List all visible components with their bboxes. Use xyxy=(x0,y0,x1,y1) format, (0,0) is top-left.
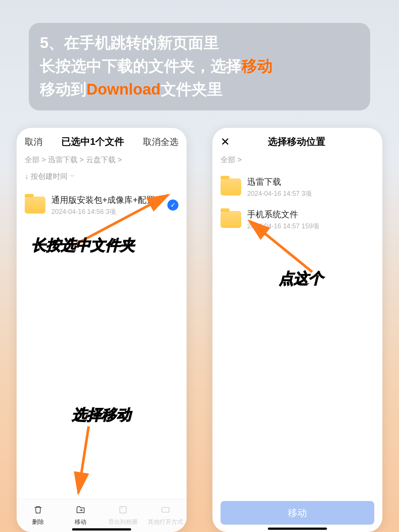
arrow-to-move-icon xyxy=(66,423,96,497)
chevron-down-icon: ﹀ xyxy=(70,173,75,180)
topbar: 取消 已选中1个文件 取消全选 xyxy=(17,128,187,153)
sort-arrow-icon: ↓ xyxy=(25,172,28,181)
instruction-line-2: 长按选中下载的文件夹，选择移动 xyxy=(40,54,359,78)
svg-line-1 xyxy=(78,426,89,493)
breadcrumb[interactable]: 全部 > xyxy=(212,153,382,168)
svg-rect-3 xyxy=(162,508,169,512)
bottom-toolbar: 删除 移动 导出到相册 其他打开方式 xyxy=(17,499,187,532)
instruction-line-3: 移动到Download文件夹里 xyxy=(40,78,359,101)
home-indicator xyxy=(72,528,131,531)
annotation-click-this: 点这个 xyxy=(279,268,323,289)
cancel-button[interactable]: 取消 xyxy=(25,136,42,148)
folder-name: 迅雷下载 xyxy=(247,176,374,188)
toolbar-delete[interactable]: 删除 xyxy=(17,499,59,532)
folder-item-system[interactable]: 手机系统文件 2024-04-16 14:57 159项 xyxy=(221,203,374,236)
topbar-title: 选择移动位置 xyxy=(268,135,325,148)
folder-icon xyxy=(221,211,241,228)
export-icon xyxy=(118,505,128,516)
file-meta: 2024-04-16 14:56 3项 xyxy=(51,207,161,216)
move-confirm-button[interactable]: 移动 xyxy=(221,501,374,525)
trash-icon xyxy=(33,505,43,516)
home-indicator xyxy=(268,528,327,530)
topbar-title: 已选中1个文件 xyxy=(61,135,124,148)
toolbar-export: 导出到相册 xyxy=(102,499,144,532)
phone-left: 取消 已选中1个文件 取消全选 全部 > 迅雷下载 > 云盘下载 > ↓ 按创建… xyxy=(17,128,187,532)
svg-rect-2 xyxy=(120,507,126,513)
folder-name: 手机系统文件 xyxy=(247,208,374,220)
folder-icon xyxy=(221,178,241,195)
folder-meta: 2024-04-16 14:57 159项 xyxy=(247,222,374,231)
selected-check-icon[interactable]: ✓ xyxy=(167,200,178,211)
phone-right: ✕ 选择移动位置 全部 > 迅雷下载 2024-04-16 14:57 3项 手… xyxy=(212,128,382,532)
sort-selector[interactable]: ↓ 按创建时间 ﹀ xyxy=(17,168,187,187)
deselect-all-button[interactable]: 取消全选 xyxy=(143,136,178,148)
toolbar-other-open: 其他打开方式 xyxy=(144,499,187,532)
close-button[interactable]: ✕ xyxy=(221,136,230,147)
annotation-longpress: 长按选中文件夹 xyxy=(31,235,135,255)
folder-meta: 2024-04-16 14:57 3项 xyxy=(247,189,374,198)
file-name: 通用版安装包+成像库+配置 xyxy=(51,194,161,206)
breadcrumb[interactable]: 全部 > 迅雷下载 > 云盘下载 > xyxy=(17,153,187,168)
folder-item-xunlei[interactable]: 迅雷下载 2024-04-16 14:57 3项 xyxy=(221,171,374,203)
topbar: ✕ 选择移动位置 xyxy=(212,128,382,153)
folder-icon xyxy=(25,197,45,214)
toolbar-move[interactable]: 移动 xyxy=(59,499,102,532)
instruction-line-1: 5、在手机跳转的新页面里 xyxy=(40,31,359,54)
move-folder-icon xyxy=(76,505,85,516)
annotation-select-move: 选择移动 xyxy=(72,405,131,425)
sort-label: 按创建时间 xyxy=(31,171,68,181)
instruction-banner: 5、在手机跳转的新页面里 长按选中下载的文件夹，选择移动 移动到Download… xyxy=(29,23,370,110)
open-with-icon xyxy=(161,505,170,516)
file-item-selected[interactable]: 通用版安装包+成像库+配置 2024-04-16 14:56 3项 ✓ xyxy=(25,189,178,221)
